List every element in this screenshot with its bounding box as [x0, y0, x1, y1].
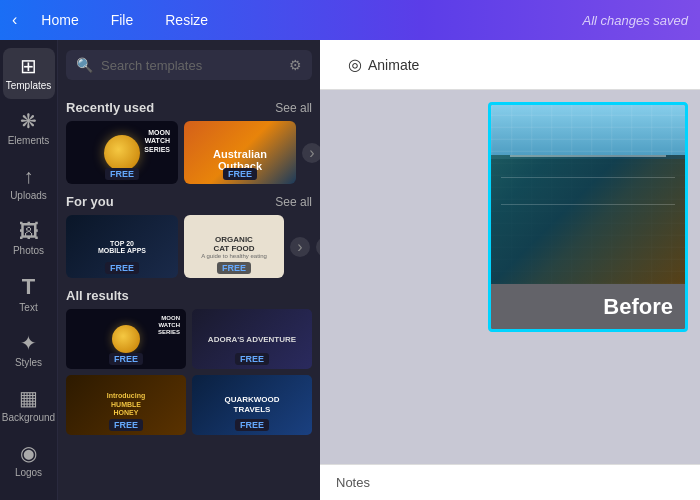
- template-card-moon[interactable]: MOONWATCHSERIES FREE: [66, 121, 178, 184]
- top-navigation: ‹ Home File Resize All changes saved: [0, 0, 700, 40]
- moon-series-label: MOONWATCHSERIES: [158, 315, 180, 337]
- free-badge: FREE: [223, 168, 257, 180]
- quark-text: QUARKWOODTRAVELS: [224, 395, 279, 414]
- sidebar-item-label: Templates: [6, 80, 52, 91]
- template-card-cat[interactable]: ORGANICCAT FOOD A guide to healthy eatin…: [184, 215, 284, 278]
- free-badge: FREE: [109, 353, 143, 365]
- templates-icon: ⊞: [20, 56, 37, 76]
- adora-text: ADORA'S ADVENTURE: [208, 335, 296, 344]
- search-input[interactable]: [101, 58, 281, 73]
- building-detail-3: [501, 204, 676, 205]
- text-icon: T: [22, 276, 35, 298]
- results-row-2: IntroducingHUMBLEHONEY FREE QUARKWOODTRA…: [66, 375, 312, 435]
- canvas-image: [491, 105, 685, 284]
- search-bar: 🔍 ⚙: [66, 50, 312, 80]
- moon-graphic-sm: [112, 325, 140, 353]
- free-badge: FREE: [109, 419, 143, 431]
- result-card-quark[interactable]: QUARKWOODTRAVELS FREE: [192, 375, 312, 435]
- before-label: Before: [491, 284, 685, 329]
- background-icon: ▦: [19, 388, 38, 408]
- building-detail-1: [510, 155, 665, 157]
- sidebar: ⊞ Templates ❋ Elements ↑ Uploads 🖼 Photo…: [0, 40, 58, 500]
- styles-icon: ✦: [20, 333, 37, 353]
- all-results-section-header: All results: [66, 288, 312, 303]
- apps-text: TOP 20MOBILE APPS: [98, 240, 146, 254]
- for-you-row: TOP 20MOBILE APPS FREE ORGANICCAT FOOD A…: [66, 215, 312, 278]
- sidebar-item-label: Uploads: [10, 190, 47, 201]
- elements-icon: ❋: [20, 111, 37, 131]
- canvas-body: Before: [320, 90, 700, 464]
- save-status: All changes saved: [582, 13, 688, 28]
- sidebar-item-styles[interactable]: ✦ Styles: [3, 325, 55, 376]
- back-button[interactable]: ‹: [12, 11, 17, 29]
- honey-text: IntroducingHUMBLEHONEY: [107, 392, 146, 417]
- cat-title: ORGANICCAT FOOD: [201, 235, 267, 253]
- sidebar-item-text[interactable]: T Text: [3, 268, 55, 321]
- sidebar-item-label: Elements: [8, 135, 50, 146]
- nav-resize[interactable]: Resize: [157, 8, 216, 32]
- cat-subtitle: A guide to healthy eating: [201, 253, 267, 259]
- animate-icon: ◎: [348, 55, 362, 74]
- sidebar-item-templates[interactable]: ⊞ Templates: [3, 48, 55, 99]
- template-card-apps[interactable]: TOP 20MOBILE APPS FREE: [66, 215, 178, 278]
- main-layout: ⊞ Templates ❋ Elements ↑ Uploads 🖼 Photo…: [0, 40, 700, 500]
- building-body: [491, 155, 685, 284]
- recently-used-row: MOONWATCHSERIES FREE AustralianOutback F…: [66, 121, 312, 184]
- all-results-title: All results: [66, 288, 129, 303]
- free-badge: FREE: [105, 262, 139, 274]
- recently-used-see-all[interactable]: See all: [275, 101, 312, 115]
- photos-icon: 🖼: [19, 221, 39, 241]
- free-badge: FREE: [235, 419, 269, 431]
- result-card-moon[interactable]: MOONWATCHSERIES FREE: [66, 309, 186, 369]
- results-grid: MOONWATCHSERIES FREE ADORA'S ADVENTURE F…: [66, 309, 312, 435]
- recently-used-section-header: Recently used See all: [66, 100, 312, 115]
- sidebar-item-label: Background: [2, 412, 55, 423]
- moon-series-text: MOONWATCHSERIES: [144, 129, 170, 154]
- sidebar-item-background[interactable]: ▦ Background: [3, 380, 55, 431]
- canvas-preview: Before: [488, 102, 688, 332]
- nav-file[interactable]: File: [103, 8, 142, 32]
- nav-home[interactable]: Home: [33, 8, 86, 32]
- sidebar-item-logos[interactable]: ◉ Logos: [3, 435, 55, 486]
- panel-content: Recently used See all MOONWATCHSERIES FR…: [58, 90, 320, 500]
- sidebar-item-uploads[interactable]: ↑ Uploads: [3, 158, 55, 209]
- results-row-1: MOONWATCHSERIES FREE ADORA'S ADVENTURE F…: [66, 309, 312, 369]
- scroll-right-arrow[interactable]: ›: [302, 143, 320, 163]
- moon-graphic: [104, 135, 140, 171]
- logos-icon: ◉: [20, 443, 37, 463]
- notes-button[interactable]: Notes: [336, 475, 370, 490]
- animate-label: Animate: [368, 57, 419, 73]
- canvas-area: ◎ Animate Before Notes: [320, 40, 700, 500]
- templates-panel: 🔍 ⚙ Recently used See all MOONWATCHSERIE…: [58, 40, 320, 500]
- free-badge: FREE: [105, 168, 139, 180]
- for-you-title: For you: [66, 194, 114, 209]
- free-badge: FREE: [217, 262, 251, 274]
- sidebar-item-elements[interactable]: ❋ Elements: [3, 103, 55, 154]
- result-card-honey[interactable]: IntroducingHUMBLEHONEY FREE: [66, 375, 186, 435]
- notes-bar: Notes: [320, 464, 700, 500]
- result-card-adora[interactable]: ADORA'S ADVENTURE FREE: [192, 309, 312, 369]
- uploads-icon: ↑: [24, 166, 34, 186]
- sidebar-item-label: Photos: [13, 245, 44, 256]
- sidebar-item-label: Text: [19, 302, 37, 313]
- canvas-toolbar: ◎ Animate: [320, 40, 700, 90]
- recently-used-title: Recently used: [66, 100, 154, 115]
- for-you-section-header: For you See all: [66, 194, 312, 209]
- sidebar-item-label: Styles: [15, 357, 42, 368]
- filter-icon[interactable]: ⚙: [289, 57, 302, 73]
- animate-button[interactable]: ◎ Animate: [336, 49, 431, 80]
- free-badge: FREE: [235, 353, 269, 365]
- for-you-see-all[interactable]: See all: [275, 195, 312, 209]
- sidebar-item-label: Logos: [15, 467, 42, 478]
- sidebar-item-photos[interactable]: 🖼 Photos: [3, 213, 55, 264]
- template-card-outback[interactable]: AustralianOutback FREE: [184, 121, 296, 184]
- for-you-scroll-right[interactable]: ›: [290, 237, 310, 257]
- building-detail-2: [501, 177, 676, 178]
- search-icon: 🔍: [76, 57, 93, 73]
